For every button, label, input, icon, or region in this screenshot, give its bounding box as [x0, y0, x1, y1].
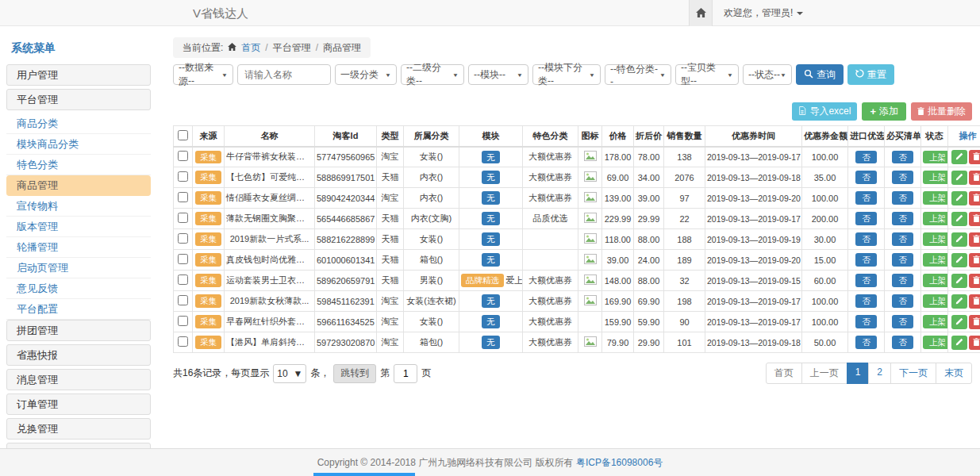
- sidebar-item-启动页管理[interactable]: 启动页管理: [6, 258, 151, 278]
- status-badge[interactable]: 上架: [923, 294, 948, 308]
- filter-select-0[interactable]: --数据来源--▼: [173, 64, 233, 85]
- must-buy-toggle-badge[interactable]: 否: [892, 232, 913, 246]
- horizontal-scrollbar-thumb[interactable]: [313, 473, 415, 476]
- filter-select-2[interactable]: 一级分类▼: [335, 64, 397, 85]
- edit-button[interactable]: [951, 336, 967, 350]
- status-badge[interactable]: 上架: [923, 253, 948, 267]
- edit-button[interactable]: [951, 191, 967, 205]
- sidebar-item-平台配置[interactable]: 平台配置: [6, 299, 151, 320]
- edit-button[interactable]: [951, 171, 967, 185]
- status-badge[interactable]: 上架: [923, 274, 948, 287]
- must-buy-toggle-badge[interactable]: 否: [892, 191, 913, 205]
- sidebar-item-统计管理[interactable]: 统计管理: [6, 443, 151, 448]
- edit-button[interactable]: [951, 274, 967, 288]
- import-toggle-badge[interactable]: 否: [855, 315, 877, 328]
- home-button[interactable]: [689, 0, 713, 26]
- icp-link[interactable]: 粤ICP备16098006号: [576, 457, 663, 468]
- pager-button-首页[interactable]: 首页: [766, 363, 802, 384]
- select-all-checkbox[interactable]: [178, 130, 188, 140]
- edit-button[interactable]: [951, 294, 967, 309]
- edit-button[interactable]: [951, 232, 967, 247]
- status-badge[interactable]: 上架: [923, 151, 948, 164]
- filter-select-3[interactable]: --二级分类--▼: [401, 64, 464, 85]
- row-checkbox[interactable]: [178, 171, 188, 182]
- import-toggle-badge[interactable]: 否: [855, 171, 877, 184]
- must-buy-toggle-badge[interactable]: 否: [892, 151, 913, 164]
- sidebar-item-平台管理[interactable]: 平台管理: [6, 89, 151, 110]
- batch-delete-button[interactable]: 批量删除: [911, 102, 972, 121]
- sidebar-item-兑换管理[interactable]: 兑换管理: [6, 418, 151, 440]
- row-checkbox[interactable]: [178, 233, 188, 244]
- jump-page-input[interactable]: [394, 364, 417, 383]
- pager-button-1[interactable]: 1: [847, 363, 870, 384]
- import-toggle-badge[interactable]: 否: [855, 191, 877, 205]
- edit-button[interactable]: [951, 150, 967, 164]
- edit-button[interactable]: [951, 253, 967, 267]
- must-buy-toggle-badge[interactable]: 否: [892, 336, 913, 349]
- sidebar-item-版本管理[interactable]: 版本管理: [6, 217, 151, 237]
- jump-button[interactable]: 跳转到: [333, 364, 376, 383]
- import-toggle-badge[interactable]: 否: [855, 274, 877, 287]
- search-button[interactable]: 查询: [796, 64, 844, 85]
- must-buy-toggle-badge[interactable]: 否: [892, 274, 913, 287]
- reset-button[interactable]: 重置: [847, 64, 894, 85]
- import-excel-button[interactable]: 导入excel: [792, 102, 857, 121]
- delete-button[interactable]: [969, 294, 980, 309]
- import-toggle-badge[interactable]: 否: [855, 253, 877, 267]
- row-checkbox[interactable]: [178, 151, 188, 161]
- filter-select-5[interactable]: --模块下分类--▼: [532, 64, 601, 85]
- status-badge[interactable]: 上架: [923, 212, 948, 225]
- user-menu[interactable]: 欢迎您，管理员!: [713, 0, 814, 26]
- sidebar-item-宣传物料[interactable]: 宣传物料: [6, 196, 151, 217]
- sidebar-item-拼团管理[interactable]: 拼团管理: [6, 320, 151, 341]
- page-size-select[interactable]: 10 ▼: [273, 364, 306, 383]
- sidebar-item-用户管理[interactable]: 用户管理: [6, 64, 151, 86]
- add-button[interactable]: + 添加: [862, 102, 906, 121]
- delete-button[interactable]: [969, 191, 980, 205]
- import-toggle-badge[interactable]: 否: [855, 232, 877, 246]
- sidebar-item-订单管理[interactable]: 订单管理: [6, 393, 151, 415]
- row-checkbox[interactable]: [178, 213, 188, 223]
- sidebar-item-轮播管理[interactable]: 轮播管理: [6, 237, 151, 258]
- row-checkbox[interactable]: [178, 336, 188, 347]
- delete-button[interactable]: [969, 274, 980, 288]
- must-buy-toggle-badge[interactable]: 否: [892, 253, 913, 267]
- delete-button[interactable]: [969, 232, 980, 247]
- delete-button[interactable]: [969, 315, 980, 329]
- sidebar-item-商品管理[interactable]: 商品管理: [6, 175, 151, 196]
- delete-button[interactable]: [969, 171, 980, 185]
- pager-button-上一页[interactable]: 上一页: [801, 363, 847, 384]
- import-toggle-badge[interactable]: 否: [855, 336, 877, 349]
- sidebar-item-特色分类[interactable]: 特色分类: [6, 155, 151, 175]
- status-badge[interactable]: 上架: [923, 191, 948, 205]
- breadcrumb-home-link[interactable]: 首页: [241, 41, 260, 55]
- filter-select-8[interactable]: --状态--▼: [743, 64, 792, 85]
- row-checkbox[interactable]: [178, 192, 188, 202]
- sidebar-item-省惠快报[interactable]: 省惠快报: [6, 344, 151, 366]
- row-checkbox[interactable]: [178, 254, 188, 264]
- sidebar-item-商品分类[interactable]: 商品分类: [6, 113, 151, 134]
- edit-button[interactable]: [951, 315, 967, 329]
- import-toggle-badge[interactable]: 否: [855, 294, 877, 308]
- sidebar-item-消息管理[interactable]: 消息管理: [6, 369, 151, 390]
- status-badge[interactable]: 上架: [923, 315, 948, 328]
- filter-select-6[interactable]: --特色分类--▼: [605, 64, 671, 85]
- must-buy-toggle-badge[interactable]: 否: [892, 294, 913, 308]
- pager-button-下一页[interactable]: 下一页: [890, 363, 936, 384]
- filter-select-7[interactable]: --宝贝类型--▼: [675, 64, 739, 85]
- must-buy-toggle-badge[interactable]: 否: [892, 212, 913, 225]
- must-buy-toggle-badge[interactable]: 否: [892, 171, 913, 184]
- delete-button[interactable]: [969, 336, 980, 350]
- pager-button-2[interactable]: 2: [868, 363, 891, 384]
- filter-select-4[interactable]: --模块--▼: [468, 64, 528, 85]
- status-badge[interactable]: 上架: [923, 171, 948, 184]
- name-search-input[interactable]: [237, 64, 331, 85]
- status-badge[interactable]: 上架: [923, 232, 948, 246]
- delete-button[interactable]: [969, 253, 980, 267]
- row-checkbox[interactable]: [178, 316, 188, 326]
- sidebar-item-模块商品分类[interactable]: 模块商品分类: [6, 134, 151, 155]
- edit-button[interactable]: [951, 212, 967, 226]
- import-toggle-badge[interactable]: 否: [855, 151, 877, 164]
- must-buy-toggle-badge[interactable]: 否: [892, 315, 913, 328]
- sidebar-item-意见反馈[interactable]: 意见反馈: [6, 278, 151, 299]
